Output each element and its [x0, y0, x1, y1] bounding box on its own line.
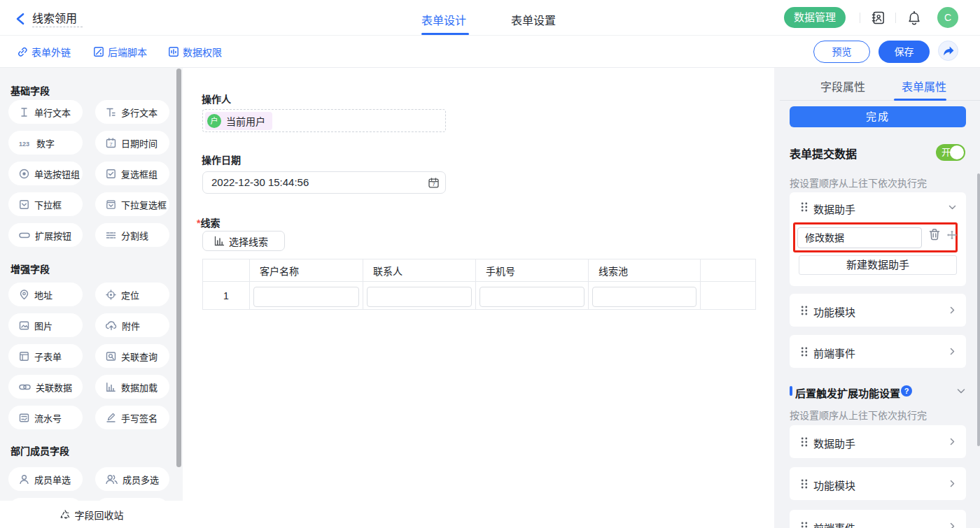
svg-text:7: 7 [432, 181, 435, 187]
svg-text:123: 123 [19, 140, 29, 147]
svg-text:7: 7 [109, 141, 113, 147]
